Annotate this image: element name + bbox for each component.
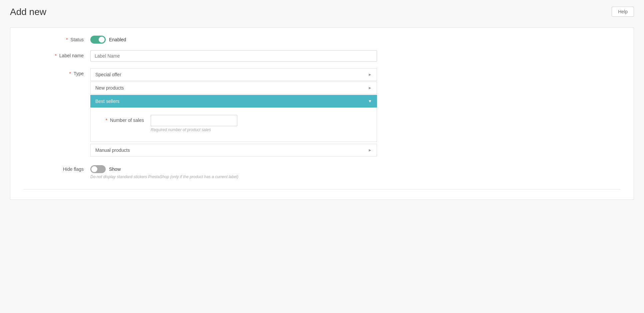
label-name-input[interactable] [90, 50, 377, 62]
type-control: Special offer ► New products ► Best sell… [90, 68, 377, 157]
number-of-sales-label: * Number of sales [97, 115, 151, 123]
hide-flags-row: Hide flags Show Do not display standard … [24, 164, 620, 179]
hide-flags-toggle-label: Show [109, 166, 121, 172]
type-option-new-products-label: New products [95, 85, 124, 91]
type-option-best-sellers-label: Best sellers [95, 99, 119, 104]
number-of-sales-required-star: * [106, 118, 107, 123]
status-required-star: * [66, 37, 68, 42]
hide-flags-control: Show Do not display standard stickers Pr… [90, 164, 377, 179]
type-option-special-offer[interactable]: Special offer ► [90, 68, 377, 81]
page-header: Add new Help [10, 7, 634, 17]
status-toggle-wrap: Enabled [90, 34, 377, 44]
hide-flags-toggle[interactable] [90, 165, 106, 173]
number-of-sales-control: Required number of product sales [151, 115, 370, 132]
type-option-best-sellers[interactable]: Best sellers ▼ [90, 95, 377, 108]
form-container: * Status Enabled * Lab [10, 27, 634, 200]
hide-flags-toggle-wrap: Show [90, 164, 377, 173]
status-row: * Status Enabled [24, 34, 620, 44]
status-label: * Status [24, 34, 90, 42]
type-option-best-sellers-arrow: ▼ [368, 99, 372, 104]
status-toggle[interactable] [90, 36, 106, 44]
form-body: * Status Enabled * Lab [10, 28, 634, 199]
number-of-sales-row: * Number of sales Required number of pro… [97, 115, 370, 132]
label-name-required-star: * [55, 53, 56, 58]
hide-flags-helper: Do not display standard stickers PrestaS… [90, 174, 377, 179]
type-option-new-products-arrow: ► [368, 86, 372, 90]
type-option-special-offer-label: Special offer [95, 72, 121, 77]
status-control: Enabled [90, 34, 377, 44]
type-required-star: * [69, 71, 71, 76]
form-divider [24, 189, 620, 189]
type-option-new-products[interactable]: New products ► [90, 82, 377, 94]
status-toggle-label: Enabled [109, 37, 126, 42]
hide-flags-label: Hide flags [24, 164, 90, 172]
type-option-special-offer-arrow: ► [368, 72, 372, 77]
label-name-row: * Label name [24, 50, 620, 62]
type-option-manual-products-arrow: ► [368, 148, 372, 153]
page-title: Add new [10, 7, 46, 17]
type-label: * Type [24, 68, 90, 76]
label-name-label: * Label name [24, 50, 90, 58]
label-name-control [90, 50, 377, 62]
number-of-sales-input[interactable] [151, 115, 237, 126]
type-option-manual-products-label: Manual products [95, 148, 130, 153]
best-sellers-content: * Number of sales Required number of pro… [90, 108, 377, 142]
type-row: * Type Special offer ► New products ► [24, 68, 620, 157]
hide-flags-slider [90, 165, 106, 173]
type-option-manual-products[interactable]: Manual products ► [90, 144, 377, 156]
page-container: Add new Help * Status Enabled [0, 0, 644, 313]
status-slider [90, 36, 106, 44]
number-of-sales-helper: Required number of product sales [151, 128, 370, 132]
help-button[interactable]: Help [612, 7, 634, 17]
